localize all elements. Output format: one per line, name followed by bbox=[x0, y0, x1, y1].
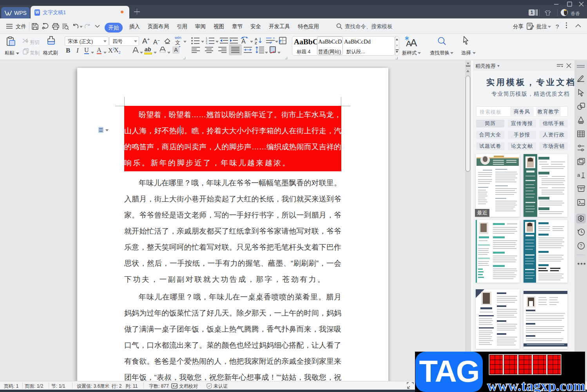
svg-text:3: 3 bbox=[206, 42, 207, 44]
svg-text:A: A bbox=[241, 38, 246, 44]
svg-text:?: ? bbox=[580, 243, 582, 248]
svg-text:2: 2 bbox=[206, 40, 207, 42]
svg-text:F: F bbox=[279, 40, 281, 44]
svg-text:a: a bbox=[577, 172, 580, 178]
svg-text:Z: Z bbox=[255, 41, 257, 45]
